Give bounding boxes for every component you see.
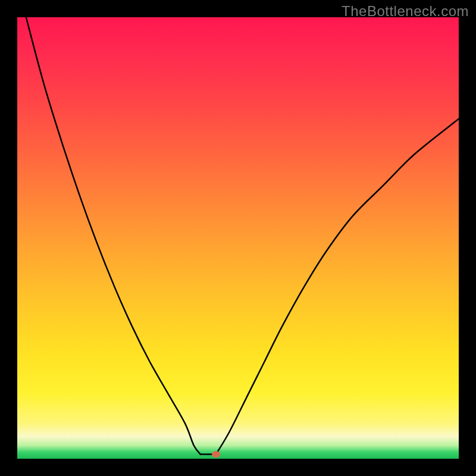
bottleneck-curve <box>17 17 459 459</box>
curve-right-branch <box>216 119 459 455</box>
plot-frame <box>17 17 459 459</box>
minimum-marker <box>212 451 220 458</box>
watermark-text: TheBottleneck.com <box>342 3 469 20</box>
chart-container: TheBottleneck.com <box>0 0 476 476</box>
curve-left-branch <box>26 17 201 455</box>
